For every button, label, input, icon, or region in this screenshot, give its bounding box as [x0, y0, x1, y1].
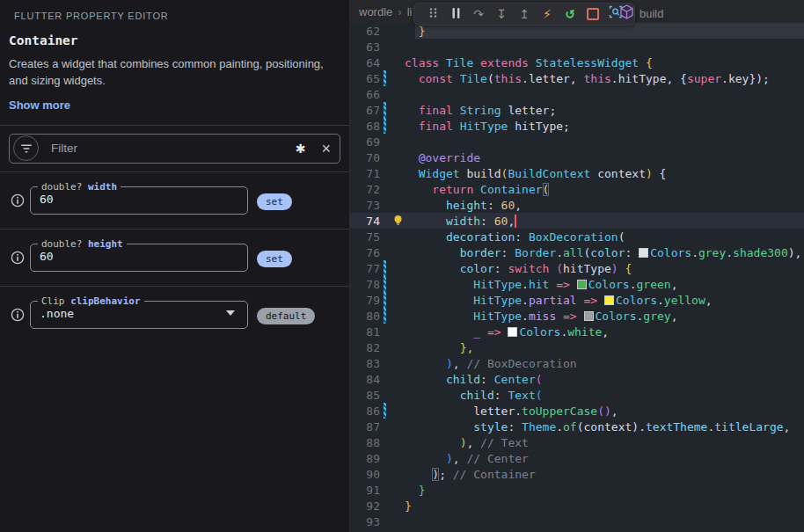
code-line[interactable]: 63 — [350, 39, 804, 55]
code-line[interactable]: 69 — [350, 134, 804, 149]
line-number[interactable]: 70 — [350, 151, 380, 164]
code-line[interactable]: 88 ), // Text — [350, 434, 804, 450]
line-number[interactable]: 65 — [350, 72, 380, 85]
line-number[interactable]: 69 — [350, 135, 380, 149]
line-number[interactable]: 76 — [350, 246, 380, 259]
gutter-marks — [380, 403, 405, 419]
line-number[interactable]: 92 — [350, 499, 380, 513]
line-number[interactable]: 87 — [350, 420, 380, 434]
code-line[interactable]: 72 return Container( — [350, 181, 804, 197]
code-line[interactable]: 90 ); // Container — [350, 466, 804, 482]
property-value[interactable]: 60 — [40, 193, 238, 206]
code-line[interactable]: 93 — [350, 514, 804, 529]
code-line[interactable]: 79 HitType.partial => Colors.yellow, — [350, 292, 804, 308]
code-line[interactable]: 74 width: 60, — [350, 213, 804, 229]
property-type: double? — [41, 181, 88, 193]
line-number[interactable]: 66 — [350, 88, 380, 101]
code-line[interactable]: 89 ), // Center — [350, 450, 804, 466]
property-field[interactable]: double? width 60 — [30, 181, 248, 215]
filter-icon[interactable] — [13, 135, 39, 161]
code-line[interactable]: 64 class Tile extends StatelessWidget { — [350, 55, 804, 70]
line-number[interactable]: 68 — [350, 120, 380, 133]
change-marker — [384, 102, 386, 118]
line-number[interactable]: 90 — [350, 468, 380, 481]
property-value[interactable]: .none — [40, 307, 226, 320]
code-line[interactable]: 87 style: Theme.of(context).textTheme.ti… — [350, 419, 804, 434]
pause-icon[interactable] — [444, 4, 467, 24]
step-into-icon[interactable]: ↧ — [490, 4, 513, 24]
info-icon[interactable] — [11, 308, 25, 325]
line-number[interactable]: 63 — [350, 40, 380, 54]
match-settings-icon[interactable]: ✱ — [296, 142, 306, 156]
code-line[interactable]: 65 const Tile(this.letter, this.hitType,… — [350, 70, 804, 86]
flutter-property-editor-panel: FLUTTER PROPERTY EDITOR Container Create… — [0, 0, 350, 532]
code-line[interactable]: 73 height: 60, — [350, 197, 804, 213]
code-line[interactable]: 86 letter.toUpperCase(), — [350, 403, 804, 419]
line-number[interactable]: 88 — [350, 436, 380, 449]
line-number[interactable]: 64 — [350, 56, 380, 69]
gutter-marks — [380, 260, 405, 276]
line-number[interactable]: 85 — [350, 389, 380, 402]
show-more-link[interactable]: Show more — [9, 98, 70, 112]
line-number[interactable]: 86 — [350, 404, 380, 418]
clear-filter-icon[interactable]: × — [321, 141, 331, 157]
code-line[interactable]: 77 color: switch (hitType) { — [350, 260, 804, 276]
line-number[interactable]: 78 — [350, 278, 380, 291]
line-number[interactable]: 72 — [350, 183, 380, 196]
line-number[interactable]: 81 — [350, 325, 380, 339]
drag-grip-icon[interactable] — [421, 4, 444, 24]
line-number[interactable]: 91 — [350, 484, 380, 497]
lightbulb-icon[interactable] — [392, 215, 404, 230]
code-line[interactable]: 75 decoration: BoxDecoration( — [350, 229, 804, 244]
property-field[interactable]: double? height 60 — [30, 238, 248, 272]
line-number[interactable]: 67 — [350, 104, 380, 117]
line-number[interactable]: 93 — [350, 515, 380, 528]
chevron-down-icon[interactable] — [226, 310, 235, 316]
step-out-icon[interactable]: ↥ — [513, 4, 536, 24]
change-marker — [384, 276, 386, 292]
line-number[interactable]: 75 — [350, 230, 380, 244]
code-line[interactable]: 83 ), // BoxDecoration — [350, 355, 804, 371]
gutter-marks — [380, 339, 405, 355]
code-line[interactable]: 76 border: Border.all(color: Colors.grey… — [350, 244, 804, 260]
line-number[interactable]: 83 — [350, 357, 380, 370]
code-line[interactable]: 80 HitType.miss => Colors.grey, — [350, 308, 804, 324]
line-number[interactable]: 89 — [350, 452, 380, 465]
code-line[interactable]: 71 Widget build(BuildContext context) { — [350, 165, 804, 181]
line-number[interactable]: 82 — [350, 341, 380, 354]
line-number[interactable]: 74 — [350, 215, 380, 228]
property-value[interactable]: 60 — [40, 250, 238, 263]
filter-input[interactable]: Filter ✱ × — [9, 134, 340, 164]
hot-reload-lightning-icon[interactable]: ⚡ — [536, 4, 559, 24]
info-icon[interactable] — [11, 251, 25, 268]
code-line[interactable]: 81 _ => Colors.white, — [350, 324, 804, 339]
gutter-marks — [380, 450, 405, 466]
line-number[interactable]: 79 — [350, 294, 380, 307]
line-number[interactable]: 62 — [350, 25, 380, 38]
line-number[interactable]: 73 — [350, 199, 380, 212]
code-line[interactable]: 68 final HitType hitType; — [350, 118, 804, 134]
step-over-icon[interactable]: ↷ — [467, 4, 490, 24]
code-line[interactable]: 66 — [350, 86, 804, 102]
code-line[interactable]: 85 child: Text( — [350, 387, 804, 403]
stop-icon[interactable] — [581, 4, 604, 26]
gutter-marks — [380, 134, 405, 149]
code-line[interactable]: 78 HitType.hit => Colors.green, — [350, 276, 804, 292]
restart-icon[interactable]: ↺ — [559, 4, 581, 24]
build-status: build — [619, 3, 663, 24]
code-line[interactable]: 70 @override — [350, 149, 804, 165]
breadcrumb-current[interactable]: li — [407, 5, 413, 18]
code-line[interactable]: 92 } — [350, 498, 804, 514]
code-line[interactable]: 82 }, — [350, 339, 804, 355]
code-area[interactable]: 62 } 63 64 class Tile extends StatelessW… — [350, 23, 804, 532]
line-number[interactable]: 77 — [350, 262, 380, 275]
line-number[interactable]: 80 — [350, 310, 380, 323]
code-line[interactable]: 91 } — [350, 482, 804, 498]
property-field[interactable]: Clip clipBehavior .none — [30, 295, 248, 329]
code-line[interactable]: 67 final String letter; — [350, 102, 804, 118]
breadcrumb-root[interactable]: wordle — [359, 5, 392, 18]
code-line[interactable]: 84 child: Center( — [350, 371, 804, 387]
line-number[interactable]: 84 — [350, 373, 380, 386]
line-number[interactable]: 71 — [350, 167, 380, 180]
info-icon[interactable] — [11, 193, 25, 211]
